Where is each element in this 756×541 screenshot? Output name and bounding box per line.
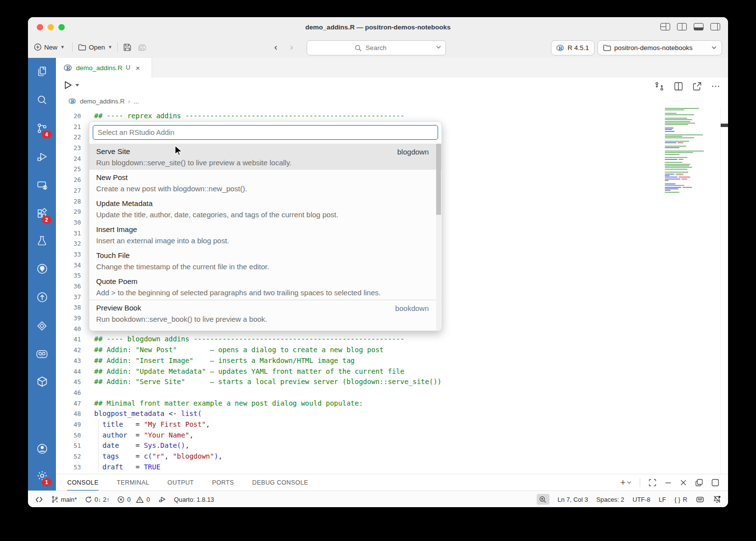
open-external-icon[interactable]: [693, 82, 702, 91]
quick-pick-item[interactable]: Input LaTeX Math: [89, 326, 442, 331]
quick-pick-item[interactable]: Preview BookRun bookdown::serve_book() t…: [89, 300, 442, 326]
sidebar-item-testing[interactable]: [28, 230, 56, 251]
github-icon: [36, 262, 49, 275]
interpreter-button[interactable]: R R 4.5.1: [551, 40, 595, 55]
sidebar-item-workbench[interactable]: [28, 371, 56, 392]
minimap-row: [665, 132, 712, 133]
panel-tab-debug-console[interactable]: DEBUG CONSOLE: [252, 474, 308, 491]
quarto-label: Quarto: 1.8.13: [174, 496, 214, 503]
maximize-panel-icon[interactable]: [649, 479, 656, 487]
new-button[interactable]: New▼: [34, 40, 65, 54]
sidebar-item-assistant[interactable]: [28, 343, 56, 365]
panel-tab-ports[interactable]: PORTS: [212, 474, 234, 491]
minimap-row: [665, 151, 712, 152]
debug-console-item[interactable]: [158, 495, 166, 503]
quick-pick-item[interactable]: Serve SiteRun blogdown::serve_site() to …: [89, 144, 442, 170]
quick-pick-input[interactable]: [93, 125, 438, 140]
navigate-back-button[interactable]: ‹: [274, 40, 277, 54]
more-actions-button[interactable]: ⋯: [711, 81, 720, 91]
r-logo-icon: R: [556, 45, 565, 52]
breadcrumb-symbol[interactable]: ...: [133, 98, 139, 105]
cursor-position-item[interactable]: Ln 7, Col 3: [558, 496, 588, 503]
chevron-down-icon[interactable]: [627, 481, 631, 484]
copilot-item[interactable]: [696, 496, 704, 503]
problems-item[interactable]: 0 0: [117, 496, 150, 503]
sync-changes-item[interactable]: 0↓ 2↑: [85, 496, 110, 503]
close-panel-icon[interactable]: [680, 479, 687, 486]
panel-tab-terminal[interactable]: TERMINAL: [117, 474, 149, 491]
editor-scrollbar[interactable]: [720, 108, 728, 474]
quick-pick-item[interactable]: Update MetadataUpdate the title, author,…: [89, 196, 442, 222]
minimap-row: [665, 179, 712, 180]
notifications-item[interactable]: [713, 495, 721, 504]
breadcrumb-file[interactable]: demo_addins.R: [80, 98, 125, 105]
close-tab-icon[interactable]: ×: [136, 64, 140, 72]
cursor-position-label: Ln 7, Col 3: [558, 496, 588, 503]
save-icon: [123, 43, 131, 52]
panel-tab-console[interactable]: CONSOLE: [67, 474, 99, 491]
code-line: ## Addin: "New Post" – opens a dialog to…: [94, 345, 442, 356]
restore-layout-icon[interactable]: [695, 479, 703, 487]
sidebar-item-github[interactable]: [28, 258, 56, 280]
customize-layout-icon[interactable]: [660, 23, 670, 30]
remote-indicator[interactable]: [36, 496, 43, 503]
toggle-secondary-sidebar-icon[interactable]: [710, 23, 720, 30]
tab-demo-addins[interactable]: R demo_addins.R U ×: [56, 58, 152, 77]
sidebar-item-remote-explorer[interactable]: [28, 174, 56, 196]
eol-item[interactable]: LF: [659, 496, 666, 503]
panel-tab-output[interactable]: OUTPUT: [167, 474, 194, 491]
code-line: title = "My First Post",: [94, 419, 442, 430]
account-button[interactable]: [28, 438, 56, 460]
sidebar-item-search[interactable]: [28, 89, 56, 110]
settings-button[interactable]: 1: [28, 465, 56, 487]
split-editor-layout-icon[interactable]: [677, 23, 687, 30]
code-line: tags = c("r", "blogdown"),: [94, 451, 442, 462]
new-console-button[interactable]: +: [620, 478, 631, 488]
quick-pick-item[interactable]: Touch FileChange the timestamp of the cu…: [89, 248, 442, 274]
quarto-version-item[interactable]: Quarto: 1.8.13: [174, 496, 214, 503]
indentation-item[interactable]: Spaces: 2: [597, 496, 625, 503]
minimize-panel-icon[interactable]: [665, 479, 672, 486]
minimap-row: [665, 123, 712, 124]
navigate-forward-button[interactable]: ›: [290, 40, 293, 54]
quick-pick-scrollbar-thumb[interactable]: [436, 144, 441, 215]
panel-layout-icon[interactable]: [711, 479, 719, 487]
minimap-row: [665, 174, 712, 175]
minimap-row: [665, 149, 712, 150]
language-mode-item[interactable]: { } R: [675, 496, 687, 503]
search-box[interactable]: [307, 40, 446, 55]
run-dropdown-icon[interactable]: [75, 84, 79, 87]
sidebar-item-run-debug[interactable]: [28, 146, 56, 167]
save-button[interactable]: [123, 40, 131, 54]
quick-pick-item[interactable]: Insert ImageInsert an external image int…: [89, 222, 442, 248]
workspace-button[interactable]: positron-demos-notebooks: [598, 40, 722, 55]
chevron-down-icon[interactable]: [436, 46, 441, 49]
zoom-indicator[interactable]: [537, 494, 549, 505]
minimap-row: [665, 177, 712, 178]
sidebar-item-extensions[interactable]: 2: [28, 203, 56, 224]
sidebar-item-azure[interactable]: [28, 315, 56, 336]
sidebar-item-source-control[interactable]: 4: [28, 117, 56, 139]
encoding-item[interactable]: UTF-8: [632, 496, 650, 503]
toggle-panel-icon[interactable]: [694, 23, 704, 30]
save-all-button[interactable]: [138, 40, 147, 54]
open-button[interactable]: Open▼: [78, 40, 112, 54]
quick-pick-scrollbar[interactable]: [436, 144, 441, 330]
git-branch-item[interactable]: main*: [51, 495, 77, 503]
compare-changes-icon[interactable]: [654, 81, 664, 91]
minimap[interactable]: [665, 108, 712, 196]
sidebar-item-explorer[interactable]: [28, 60, 56, 82]
run-button[interactable]: [64, 80, 72, 90]
quick-pick-item-label: Quote Poem: [96, 276, 430, 287]
code-line: draft = TRUE: [94, 462, 442, 473]
search-input[interactable]: [365, 44, 398, 52]
quick-pick-item[interactable]: New PostCreate a new post with blogdown:…: [89, 170, 442, 196]
minimap-row: [665, 131, 712, 132]
activity-bar: 4 2: [28, 58, 56, 490]
quick-pick-item[interactable]: Quote PoemAdd > to the beginning of sele…: [89, 274, 442, 300]
settings-badge: 1: [42, 478, 52, 486]
eol-label: LF: [659, 496, 666, 503]
sidebar-item-publish[interactable]: [28, 286, 56, 308]
line-number: 25: [64, 164, 81, 175]
split-editor-icon[interactable]: [674, 82, 683, 91]
